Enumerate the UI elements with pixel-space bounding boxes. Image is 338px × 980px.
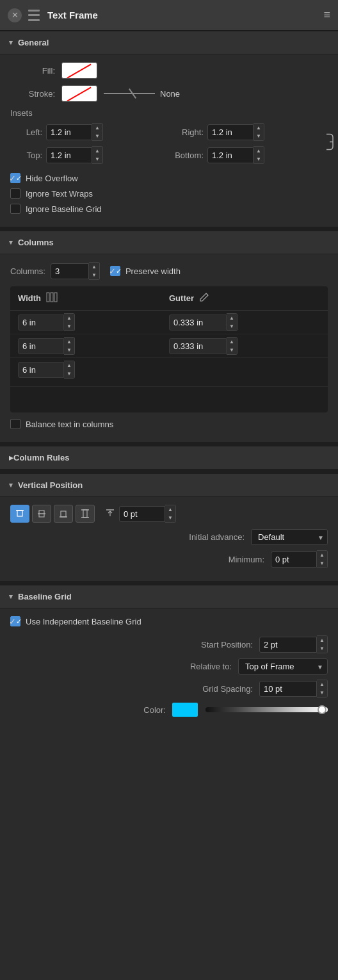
- columns-input[interactable]: [51, 263, 89, 279]
- start-position-row: Start Position: ▲ ▼: [10, 635, 328, 653]
- insets-link-icon[interactable]: [325, 133, 334, 154]
- ignore-text-wraps-checkbox[interactable]: [10, 188, 20, 199]
- fill-swatch[interactable]: [61, 62, 97, 79]
- drag-handle[interactable]: [28, 10, 40, 21]
- gutter-input-1[interactable]: [169, 314, 227, 331]
- right-field: Right: ▲ ▼: [172, 123, 328, 141]
- vert-offset-down[interactable]: ▼: [165, 514, 175, 522]
- align-top-button[interactable]: [10, 505, 29, 523]
- width-up-3[interactable]: ▲: [64, 361, 74, 370]
- stroke-swatch[interactable]: [61, 85, 97, 102]
- columns-section-header[interactable]: ▾ Columns: [0, 231, 338, 254]
- width-down-3[interactable]: ▼: [64, 370, 74, 378]
- hide-overflow-label: Hide Overflow: [26, 174, 78, 183]
- width-down-1[interactable]: ▼: [64, 322, 74, 331]
- start-pos-up[interactable]: ▲: [317, 636, 327, 644]
- baseline-section-content: ✓ Use Independent Baseline Grid Start Po…: [0, 608, 338, 730]
- vert-chevron: ▾: [9, 481, 13, 489]
- baseline-grid-section-header[interactable]: ▾ Baseline Grid: [0, 585, 338, 608]
- relative-to-select[interactable]: Top of Frame ▼: [238, 658, 328, 674]
- bottom-input[interactable]: [207, 147, 254, 163]
- hide-overflow-checkbox[interactable]: ✓: [10, 173, 20, 183]
- columns-label: Columns:: [10, 266, 45, 276]
- bottom-up[interactable]: ▲: [254, 147, 264, 155]
- hide-overflow-row[interactable]: ✓ Hide Overflow: [10, 173, 328, 183]
- width-input-2[interactable]: [18, 338, 64, 354]
- balance-checkbox[interactable]: [10, 419, 20, 429]
- general-section-header[interactable]: ▾ General: [0, 31, 338, 54]
- preserve-width-checkbox[interactable]: ✓: [110, 266, 120, 276]
- left-up[interactable]: ▲: [92, 124, 102, 132]
- columns-down[interactable]: ▼: [89, 271, 99, 279]
- columns-spinner: ▲ ▼: [89, 262, 100, 280]
- minimum-up[interactable]: ▲: [317, 551, 327, 559]
- vert-offset-row: ▲ ▼: [105, 505, 176, 523]
- width-up-2[interactable]: ▲: [64, 338, 74, 346]
- initial-advance-select[interactable]: Default ▼: [251, 529, 328, 545]
- vert-offset-up[interactable]: ▲: [165, 505, 175, 514]
- width-input-1[interactable]: [18, 314, 64, 331]
- gutter-up-2[interactable]: ▲: [227, 338, 237, 346]
- close-button[interactable]: ✕: [8, 8, 22, 22]
- use-independent-checkbox[interactable]: ✓: [10, 616, 20, 626]
- ignore-baseline-checkbox[interactable]: [10, 204, 20, 214]
- align-middle-button[interactable]: [32, 505, 51, 523]
- minimum-down[interactable]: ▼: [317, 559, 327, 568]
- columns-section-label: Columns: [18, 238, 54, 247]
- top-input[interactable]: [46, 147, 92, 163]
- fill-row: Fill:: [10, 62, 328, 79]
- bottom-down[interactable]: ▼: [254, 155, 264, 163]
- preserve-checkmark: ✓: [109, 266, 116, 276]
- color-slider[interactable]: [205, 707, 328, 712]
- balance-text-row[interactable]: Balance text in columns: [10, 419, 328, 429]
- gutter-down-2[interactable]: ▼: [227, 346, 237, 354]
- top-down[interactable]: ▼: [92, 155, 102, 163]
- col-rules-section-label: Column Rules: [13, 453, 69, 462]
- start-position-input[interactable]: [259, 637, 317, 653]
- left-input[interactable]: [46, 124, 92, 140]
- top-up[interactable]: ▲: [92, 147, 102, 155]
- width-up-1[interactable]: ▲: [64, 314, 74, 322]
- color-swatch-baseline[interactable]: [172, 703, 198, 717]
- svg-rect-4: [51, 293, 53, 302]
- edit-icon[interactable]: [199, 292, 209, 304]
- bottom-field: Bottom: ▲ ▼: [172, 146, 328, 164]
- start-pos-down[interactable]: ▼: [317, 644, 327, 653]
- align-bottom-button[interactable]: [54, 505, 73, 523]
- grid-spacing-up[interactable]: ▲: [317, 680, 327, 689]
- gutter-down-1[interactable]: ▼: [227, 322, 237, 331]
- width-header: Width: [18, 291, 169, 305]
- grid-spacing-down[interactable]: ▼: [317, 689, 327, 697]
- column-row-1: ▲ ▼ ▲ ▼: [10, 311, 328, 334]
- ignore-text-wraps-row[interactable]: Ignore Text Wraps: [10, 188, 328, 199]
- right-up[interactable]: ▲: [254, 124, 264, 132]
- columns-section-content: Columns: ▲ ▼ ✓ Preserve width Width: [0, 254, 338, 442]
- preserve-width-row[interactable]: ✓ Preserve width: [110, 266, 181, 276]
- vertical-position-section-header[interactable]: ▾ Vertical Position: [0, 473, 338, 497]
- column-rules-section-header[interactable]: ▸ Column Rules: [0, 446, 338, 470]
- color-slider-thumb[interactable]: [318, 705, 326, 714]
- ignore-text-wraps-label: Ignore Text Wraps: [26, 189, 93, 199]
- vert-offset-input[interactable]: [119, 506, 165, 522]
- columns-up[interactable]: ▲: [89, 263, 99, 271]
- right-input[interactable]: [207, 124, 254, 140]
- svg-rect-3: [47, 293, 49, 302]
- gutter-header: Gutter: [169, 291, 320, 305]
- align-justify-button[interactable]: [76, 505, 95, 523]
- grid-spacing-input[interactable]: [259, 681, 317, 697]
- color-row: Color:: [10, 703, 328, 717]
- right-down[interactable]: ▼: [254, 132, 264, 140]
- width-input-3[interactable]: [18, 362, 64, 378]
- gutter-up-1[interactable]: ▲: [227, 314, 237, 322]
- gutter-input-2[interactable]: [169, 338, 227, 354]
- menu-button[interactable]: ≡: [323, 8, 330, 22]
- stroke-none-label: None: [160, 89, 180, 99]
- use-independent-row[interactable]: ✓ Use Independent Baseline Grid: [10, 616, 328, 626]
- width-down-2[interactable]: ▼: [64, 346, 74, 354]
- columns-icon: [46, 291, 58, 305]
- ignore-baseline-row[interactable]: Ignore Baseline Grid: [10, 204, 328, 214]
- top-field: Top: ▲ ▼: [10, 146, 166, 164]
- left-down[interactable]: ▼: [92, 132, 102, 140]
- minimum-input[interactable]: [271, 551, 317, 568]
- baseline-chevron: ▾: [9, 592, 13, 601]
